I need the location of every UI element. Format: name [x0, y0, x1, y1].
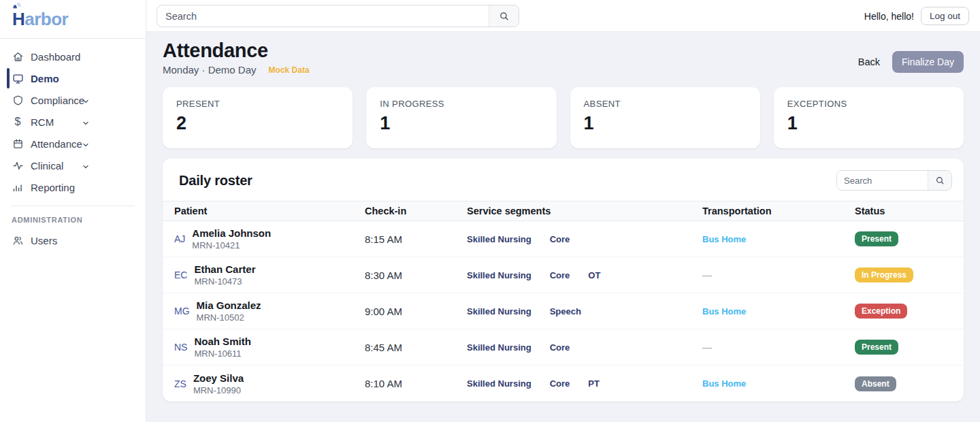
- column-header-checkin: Check-in: [365, 206, 467, 216]
- segment-label: Skilled Nursing: [467, 306, 532, 316]
- patient-mrn: MRN-10611: [194, 348, 250, 359]
- checkin-time: 8:45 AM: [365, 342, 467, 353]
- chevron-down-icon: [82, 140, 90, 151]
- status-badge: Exception: [855, 304, 907, 319]
- user-greeting: Hello, hello!: [864, 11, 914, 22]
- checkin-time: 8:10 AM: [365, 378, 467, 389]
- stats-row: PRESENT 2 IN PROGRESS 1 ABSENT 1 EXCEPTI…: [163, 87, 964, 148]
- chevron-down-icon: [82, 161, 90, 173]
- table-row: AJ Amelia Johnson MRN-10421 8:15 AM Skil…: [163, 221, 964, 257]
- segment-label: Skilled Nursing: [467, 270, 532, 280]
- stat-card-in-progress: IN PROGRESS 1: [366, 87, 556, 148]
- table-header-row: Patient Check-in Service segments Transp…: [163, 201, 964, 221]
- sidebar-item-label: Demo: [31, 73, 59, 84]
- sidebar-item-label: Clinical: [31, 160, 63, 172]
- checkin-time: 9:00 AM: [365, 306, 467, 317]
- sidebar-divider: [11, 206, 135, 206]
- sidebar: Harbor Dashboard Demo Compliance: [0, 0, 146, 422]
- roster-search-button[interactable]: [928, 171, 951, 190]
- daily-roster-card: Daily roster Patient Check-in Service se…: [163, 159, 964, 402]
- roster-search: [836, 170, 952, 191]
- stat-card-present: PRESENT 2: [163, 87, 353, 148]
- sidebar-item-reporting[interactable]: Reporting: [0, 176, 146, 198]
- segment-label: Speech: [550, 306, 581, 316]
- home-icon: [12, 50, 24, 63]
- stat-label: PRESENT: [176, 99, 339, 109]
- sidebar-admin-nav: Users: [0, 229, 146, 251]
- shield-icon: [12, 94, 24, 106]
- chevron-down-icon: [82, 96, 90, 108]
- header-actions: Back Finalize Day: [855, 51, 964, 73]
- segment-label: OT: [588, 270, 600, 280]
- brand-name-rest: arbor: [24, 9, 68, 29]
- roster-search-input[interactable]: [837, 171, 928, 190]
- sidebar-item-attendance[interactable]: Attendance: [0, 133, 146, 155]
- page-subtitle-row: Monday · Demo Day Mock Data: [163, 64, 964, 76]
- service-segments: Skilled Nursing Core: [467, 234, 702, 244]
- roster-title: Daily roster: [179, 173, 252, 189]
- column-header-status: Status: [855, 206, 964, 216]
- page-subtitle: Monday · Demo Day: [163, 64, 257, 76]
- activity-icon: [12, 159, 24, 172]
- sidebar-item-label: Attendance: [31, 138, 82, 150]
- checkin-time: 8:30 AM: [365, 270, 467, 281]
- segment-label: Core: [550, 378, 570, 389]
- service-segments: Skilled Nursing Core PT: [467, 378, 702, 389]
- search-button[interactable]: [489, 5, 519, 27]
- sidebar-item-label: Dashboard: [31, 51, 80, 63]
- topbar-right: Hello, hello! Log out: [864, 0, 969, 32]
- sidebar-section-label: ADMINISTRATION: [12, 216, 146, 224]
- patient-mrn: MRN-10421: [192, 240, 271, 250]
- patient-initials: ZS: [174, 378, 186, 389]
- topbar: Hello, hello! Log out: [146, 0, 980, 32]
- lighthouse-icon: [10, 3, 22, 12]
- stat-card-absent: ABSENT 1: [570, 87, 760, 148]
- segment-label: Core: [550, 270, 570, 280]
- sidebar-item-clinical[interactable]: Clinical: [0, 155, 146, 176]
- segment-label: PT: [588, 378, 600, 389]
- service-segments: Skilled Nursing Speech: [467, 306, 702, 316]
- sidebar-item-dashboard[interactable]: Dashboard: [0, 46, 146, 67]
- table-row: MG Mia Gonzalez MRN-10502 9:00 AM Skille…: [163, 293, 964, 329]
- stat-label: EXCEPTIONS: [787, 99, 950, 109]
- segment-label: Skilled Nursing: [467, 378, 532, 389]
- column-header-segments: Service segments: [467, 206, 702, 216]
- stat-label: ABSENT: [584, 99, 747, 109]
- logout-button[interactable]: Log out: [921, 7, 969, 25]
- sidebar-item-label: RCM: [31, 116, 54, 128]
- sidebar-nav: Dashboard Demo Compliance $ RCM: [0, 46, 146, 198]
- back-button[interactable]: Back: [855, 52, 883, 71]
- transportation-label: —: [702, 342, 855, 353]
- patient-cell: NS Noah Smith MRN-10611: [174, 336, 365, 359]
- segment-label: Skilled Nursing: [467, 234, 532, 244]
- column-header-patient: Patient: [174, 206, 365, 216]
- patient-initials: EC: [174, 270, 187, 280]
- sidebar-item-rcm[interactable]: $ RCM: [0, 111, 146, 133]
- global-search-input[interactable]: [157, 5, 489, 27]
- table-row: ZS Zoey Silva MRN-10990 8:10 AM Skilled …: [163, 366, 964, 402]
- table-row: NS Noah Smith MRN-10611 8:45 AM Skilled …: [163, 329, 964, 366]
- finalize-day-button[interactable]: Finalize Day: [892, 51, 964, 73]
- sidebar-item-users[interactable]: Users: [0, 229, 146, 251]
- patient-name: Zoey Silva: [193, 372, 244, 384]
- patient-initials: MG: [174, 306, 190, 316]
- sidebar-item-compliance[interactable]: Compliance: [0, 89, 146, 111]
- segment-label: Core: [550, 234, 570, 244]
- stat-card-exceptions: EXCEPTIONS 1: [774, 87, 964, 148]
- patient-cell: AJ Amelia Johnson MRN-10421: [174, 227, 365, 250]
- sidebar-item-demo[interactable]: Demo: [0, 67, 146, 89]
- sidebar-item-label: Users: [31, 235, 57, 246]
- stat-value: 2: [176, 113, 339, 134]
- mock-data-badge: Mock Data: [269, 65, 310, 75]
- patient-mrn: MRN-10990: [193, 385, 244, 395]
- segment-label: Core: [550, 342, 570, 353]
- patient-cell: ZS Zoey Silva MRN-10990: [174, 372, 365, 395]
- status-badge: Present: [855, 340, 898, 355]
- transportation-label: Bus Home: [702, 234, 855, 244]
- status-badge: In Progress: [855, 267, 913, 282]
- page-title: Attendance: [163, 39, 964, 62]
- bar-chart-icon: [12, 181, 24, 193]
- service-segments: Skilled Nursing Core: [467, 342, 702, 353]
- brand-logo: Harbor: [0, 0, 146, 39]
- status-badge: Present: [855, 231, 898, 246]
